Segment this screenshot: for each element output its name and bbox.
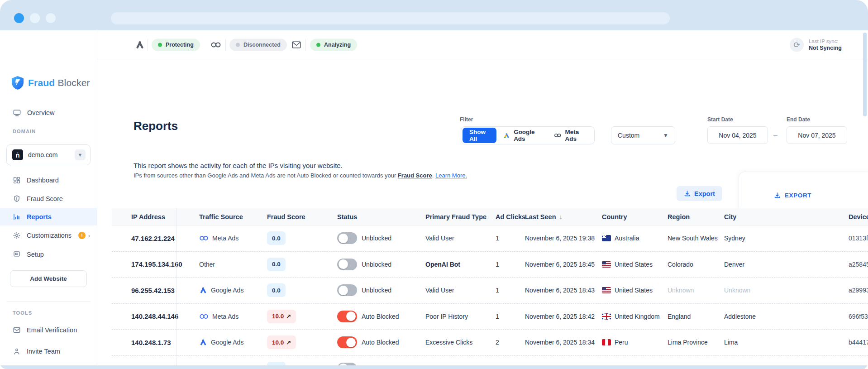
table-row[interactable]: 174.195.134.160 Other 0.0 Unblocked Open… [112, 252, 868, 278]
table-row[interactable]: 96.255.42.153 Google Ads 0.0 Unblocked V… [112, 278, 868, 304]
browser-window: Fraud Blocker Overview DOMAIN ṅ demo.com… [0, 0, 868, 369]
sync-icon[interactable]: ⟳ [790, 38, 804, 52]
country-name: United States [615, 261, 653, 268]
vertical-scrollbar[interactable] [863, 33, 867, 116]
monitor-icon [13, 109, 21, 117]
status-label: Analyzing [324, 42, 351, 48]
sort-descending-icon[interactable]: ↓ [559, 213, 563, 220]
column-header-city[interactable]: City [724, 213, 849, 220]
city: Lima [724, 339, 849, 346]
column-header-fraud-score[interactable]: Fraud Score [267, 213, 337, 220]
country-cell: Peru [602, 339, 668, 346]
table-row[interactable]: 140.248.44.146 Meta Ads 10.0↗ Auto Block… [112, 304, 868, 330]
export-button-secondary[interactable]: EXPORT [774, 189, 811, 201]
bar-chart-icon [13, 213, 21, 221]
end-date-input[interactable]: Nov 07, 2025 [787, 126, 847, 144]
filter-google-ads[interactable]: Google Ads [496, 128, 547, 143]
sidebar-item-label: Overview [27, 109, 54, 116]
country-name: Peru [615, 339, 628, 346]
envelope-icon [292, 41, 301, 48]
traffic-source-label: Meta Ads [212, 313, 238, 320]
report-description: This report shows the activity for each … [134, 162, 343, 169]
column-header-device[interactable]: Device ID [849, 213, 868, 220]
filter-label: Filter [460, 116, 473, 123]
sidebar-item-reports[interactable]: Reports [0, 208, 97, 225]
divider [225, 39, 226, 51]
column-header-traffic-source[interactable]: Traffic Source [199, 213, 267, 220]
window-minimize-button[interactable] [30, 13, 40, 23]
traffic-source-label: Meta Ads [212, 235, 238, 242]
ip-address: 174.195.134.160 [112, 260, 199, 268]
filter-meta-ads[interactable]: Meta Ads [547, 128, 593, 143]
table-row[interactable]: 140.248.1.73 Google Ads 10.0↗ Auto Block… [112, 330, 868, 356]
traffic-filter-group: Show All Google Ads Meta Ads [461, 126, 595, 144]
sidebar-item-dashboard[interactable]: Dashboard [0, 172, 97, 189]
filter-show-all[interactable]: Show All [463, 128, 496, 143]
traffic-source-label: Other [199, 261, 215, 268]
block-toggle[interactable] [337, 259, 357, 270]
sidebar-item-overview[interactable]: Overview [0, 104, 97, 121]
column-header-country[interactable]: Country [602, 213, 668, 220]
block-toggle[interactable] [337, 336, 357, 348]
last-seen: November 6, 2025 19:38 [525, 235, 602, 242]
status-dot [236, 43, 240, 47]
country-cell: United Kingdom [602, 313, 668, 320]
block-toggle[interactable] [337, 311, 357, 322]
filter-label: Show All [469, 129, 490, 142]
add-website-button[interactable]: Add Website [10, 270, 87, 287]
sidebar-divider [6, 301, 91, 302]
column-header-ip[interactable]: IP Address [112, 213, 199, 220]
date-range-select[interactable]: Custom ▼ [611, 126, 675, 144]
trend-up-icon: ↗ [286, 339, 291, 346]
primary-fraud-type: Poor IP History [425, 313, 496, 320]
table-row[interactable]: 47.162.21.224 Meta Ads 0.0 Unblocked Val… [112, 225, 868, 252]
column-header-ad-clicks[interactable]: Ad Clicks [496, 213, 525, 220]
address-bar[interactable] [111, 12, 670, 24]
last-seen: November 6, 2025 18:42 [525, 313, 602, 320]
status-cell: Unblocked [337, 259, 425, 270]
chevron-down-icon[interactable]: ▼ [75, 149, 86, 160]
window-maximize-button[interactable] [46, 13, 56, 23]
block-toggle[interactable] [337, 284, 357, 296]
status-label: Disconnected [243, 42, 281, 48]
column-header-status[interactable]: Status [337, 213, 425, 220]
fraud-score-cell: 10.0↗ [267, 310, 337, 323]
domain-section-label: DOMAIN [13, 129, 36, 134]
column-header-last-seen[interactable]: Last Seen↓ [525, 213, 602, 220]
fraud-score-cell: 0.0 [267, 231, 337, 245]
traffic-source: Google Ads [199, 339, 267, 346]
window-close-button[interactable] [14, 13, 24, 23]
column-label: Last Seen [525, 213, 556, 220]
block-toggle[interactable] [337, 232, 357, 244]
ip-address: 140.248.44.146 [112, 312, 199, 320]
email-status-pill: Analyzing [310, 38, 357, 51]
fraud-score-badge: 0.0 [267, 283, 286, 297]
sidebar-item-label: Invite Team [27, 348, 60, 355]
column-header-region[interactable]: Region [668, 213, 724, 220]
city: Unknown [724, 287, 849, 294]
country-name: United States [615, 287, 653, 294]
sidebar-item-fraud-score[interactable]: Fraud Score [0, 190, 97, 207]
sidebar-item-customizations[interactable]: Customizations ! › [0, 227, 97, 244]
country-cell: United States [602, 287, 668, 294]
region: New South Wales [668, 235, 724, 242]
end-date-label: End Date [787, 116, 810, 123]
last-ip-sync: Last IP sync: Not Syncing [809, 38, 842, 52]
page-title: Reports [134, 119, 178, 133]
ad-clicks: 2 [496, 339, 525, 346]
sidebar-item-invite-team[interactable]: Invite Team [0, 343, 97, 360]
main-area: Protecting Disconnected Analyzing ⟳ Last… [97, 30, 868, 369]
chevron-down-icon: ▼ [663, 132, 668, 139]
export-label: Export [694, 190, 715, 197]
sidebar-item-email-verification[interactable]: Email Verification [0, 321, 97, 339]
domain-selector[interactable]: ṅ demo.com ▼ [6, 144, 91, 165]
toggle-knob [339, 234, 348, 243]
start-date-input[interactable]: Nov 04, 2025 [707, 126, 768, 144]
column-header-fraud-type[interactable]: Primary Fraud Type [425, 213, 496, 220]
export-button[interactable]: Export [677, 186, 722, 201]
learn-more-link[interactable]: Learn More. [435, 172, 467, 179]
browser-chrome [0, 0, 868, 30]
status-label: Unblocked [362, 261, 391, 268]
sidebar-item-setup[interactable]: Setup [0, 246, 97, 263]
primary-fraud-type: OpenAI Bot [425, 261, 496, 268]
